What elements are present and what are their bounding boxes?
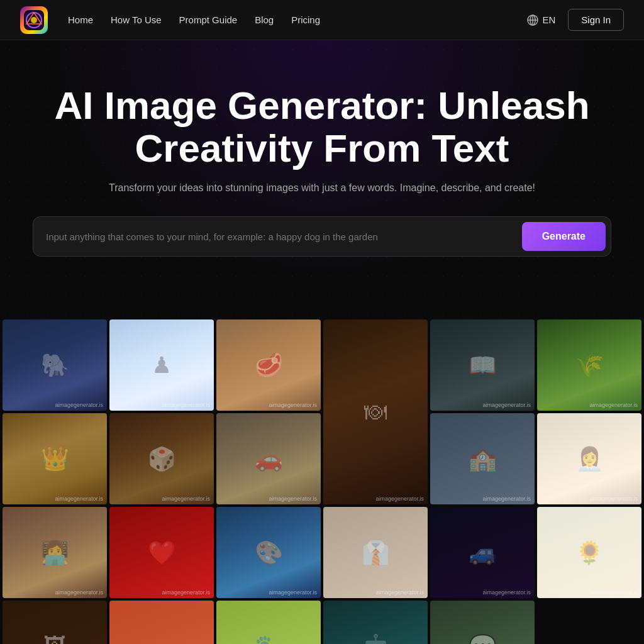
gallery-item-14[interactable]: 🎨 aimagegenerator.is <box>216 507 321 598</box>
navbar: Home How To Use Prompt Guide Blog Pricin… <box>0 0 644 40</box>
watermark-14: aimagegenerator.is <box>269 589 317 596</box>
nav-blog[interactable]: Blog <box>255 14 274 25</box>
hero-title: AI Image Generator: Unleash Creativity F… <box>13 84 631 170</box>
image-gallery: 🐘 aimagegenerator.is ♟ aimagegenerator.i… <box>0 319 644 644</box>
watermark-1: aimagegenerator.is <box>55 402 103 408</box>
watermark-3: aimagegenerator.is <box>269 402 317 408</box>
gallery-item-12[interactable]: 👩‍💻 aimagegenerator.is <box>3 507 107 598</box>
gallery-item-9[interactable]: 🚗 aimagegenerator.is <box>216 413 321 504</box>
gallery-item-19[interactable]: 👩 aimagegenerator.is <box>109 601 214 644</box>
gallery-item-15[interactable]: 👔 aimagegenerator.is <box>323 507 428 598</box>
watermark-13: aimagegenerator.is <box>162 589 210 596</box>
watermark-11: aimagegenerator.is <box>589 496 638 502</box>
watermark-17: aimagegenerator.is <box>589 589 638 596</box>
watermark-9: aimagegenerator.is <box>269 496 317 502</box>
gallery-item-21[interactable]: 🤖 aimagegenerator.is <box>323 601 428 644</box>
sign-in-button[interactable]: Sign In <box>568 9 624 31</box>
watermark-10: aimagegenerator.is <box>482 496 531 502</box>
watermark-2: aimagegenerator.is <box>162 402 210 408</box>
watermark-12: aimagegenerator.is <box>55 589 103 596</box>
watermark-6: aimagegenerator.is <box>589 402 638 408</box>
hero-subtitle: Transform your ideas into stunning image… <box>13 182 631 194</box>
gallery-item-11[interactable]: 👩‍💼 aimagegenerator.is <box>537 413 641 504</box>
watermark-5: aimagegenerator.is <box>482 402 531 408</box>
nav-prompt-guide[interactable]: Prompt Guide <box>179 14 238 25</box>
nav-right: EN Sign In <box>527 9 624 31</box>
gallery-item-7[interactable]: 👑 aimagegenerator.is <box>3 413 107 504</box>
prompt-input[interactable] <box>46 231 522 242</box>
watermark-7: aimagegenerator.is <box>55 496 103 502</box>
language-selector[interactable]: EN <box>527 14 555 26</box>
gallery-item-18[interactable]: 🖼 aimagegenerator.is <box>3 601 107 644</box>
nav-home[interactable]: Home <box>68 14 93 25</box>
globe-icon <box>527 14 538 26</box>
gallery-item-10[interactable]: 🏫 aimagegenerator.is <box>430 413 535 504</box>
lang-label: EN <box>542 14 555 25</box>
gallery-item-3[interactable]: 🥩 aimagegenerator.is <box>216 319 321 411</box>
nav-how-to-use[interactable]: How To Use <box>111 14 162 25</box>
gallery-item-22[interactable]: 💬 aimagegenerator.is <box>430 601 535 644</box>
watermark-16: aimagegenerator.is <box>482 589 531 596</box>
logo[interactable] <box>20 6 48 34</box>
nav-pricing[interactable]: Pricing <box>291 14 320 25</box>
image-grid: 🐘 aimagegenerator.is ♟ aimagegenerator.i… <box>0 319 644 644</box>
watermark-4: aimagegenerator.is <box>375 496 424 502</box>
gallery-item-20[interactable]: 🐾 aimagegenerator.is <box>216 601 321 644</box>
gallery-item-13[interactable]: ❤️ aimagegenerator.is <box>109 507 214 598</box>
gallery-item-5[interactable]: 📖 aimagegenerator.is <box>430 319 535 411</box>
gallery-item-16[interactable]: 🚙 aimagegenerator.is <box>430 507 535 598</box>
gallery-item-6[interactable]: 🌾 aimagegenerator.is <box>537 319 641 411</box>
gallery-item-2[interactable]: ♟ aimagegenerator.is <box>109 319 214 411</box>
nav-left: Home How To Use Prompt Guide Blog Pricin… <box>20 6 320 34</box>
watermark-15: aimagegenerator.is <box>375 589 424 596</box>
logo-icon <box>24 10 44 30</box>
gallery-item-1[interactable]: 🐘 aimagegenerator.is <box>3 319 107 411</box>
watermark-8: aimagegenerator.is <box>162 496 210 502</box>
gallery-item-4[interactable]: 🍽 aimagegenerator.is <box>323 319 428 504</box>
gallery-item-8[interactable]: 🎲 aimagegenerator.is <box>109 413 214 504</box>
hero-section: AI Image Generator: Unleash Creativity F… <box>0 40 644 319</box>
generate-button[interactable]: Generate <box>522 222 606 251</box>
search-bar: Generate <box>33 216 611 257</box>
gallery-item-17[interactable]: 🌻 aimagegenerator.is <box>537 507 641 598</box>
svg-point-2 <box>31 17 37 23</box>
nav-links: Home How To Use Prompt Guide Blog Pricin… <box>68 14 320 26</box>
